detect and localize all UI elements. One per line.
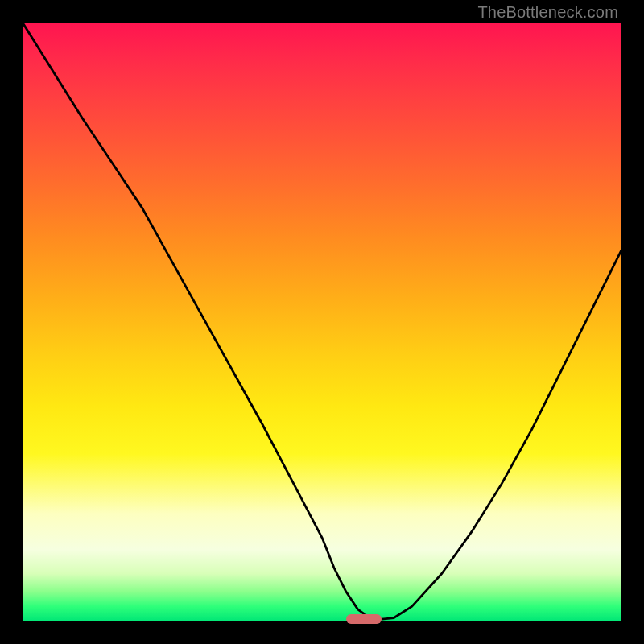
watermark-text: TheBottleneck.com xyxy=(477,3,618,22)
chart-frame: TheBottleneck.com xyxy=(0,0,644,644)
optimal-range-marker xyxy=(346,614,382,624)
bottleneck-curve xyxy=(23,23,621,621)
plot-area xyxy=(23,23,621,621)
